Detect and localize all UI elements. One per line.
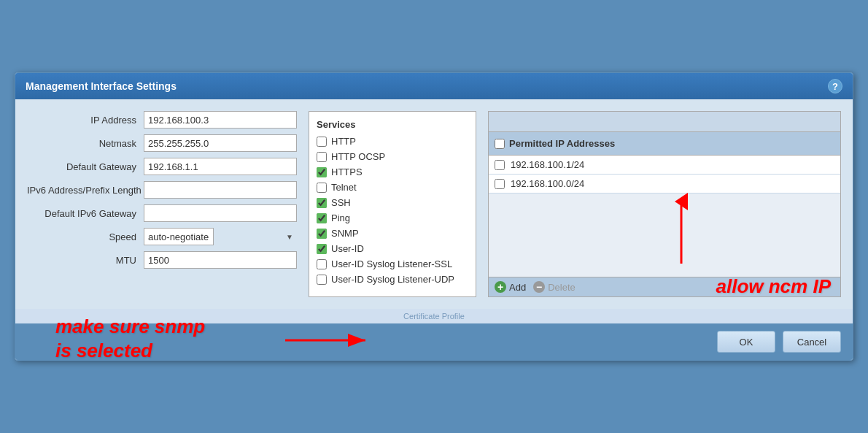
service-checkbox-snmp[interactable] [317,229,327,239]
service-checkbox-telnet[interactable] [317,183,327,193]
ok-button[interactable]: OK [717,331,775,353]
default-ipv6-gateway-row: Default IPv6 Gateway [27,204,297,222]
service-label-ssh[interactable]: SSH [331,197,351,208]
ip-value-2: 192.168.100.0/24 [511,178,584,189]
delete-ip-button[interactable]: − Delete [533,281,576,293]
permitted-ip-list: 192.168.100.1/24 192.168.100.0/24 [489,156,840,277]
service-checkbox-http[interactable] [317,137,327,147]
ip-checkbox-1[interactable] [495,160,505,170]
cancel-button[interactable]: Cancel [783,331,841,353]
ip-checkbox-2[interactable] [495,179,505,189]
permitted-ip-header-label: Permitted IP Addresses [509,138,615,149]
bottom-hint: Certificate Profile [15,309,853,323]
service-checkbox-http-ocsp[interactable] [317,152,327,162]
services-panel: Services HTTP HTTP OCSP HTTPS Telnet SSH [309,111,476,297]
dialog-title: Management Interface Settings [26,80,177,92]
service-label-ping[interactable]: Ping [331,212,350,223]
service-item-telnet: Telnet [317,182,468,193]
service-item-user-id: User-ID [317,243,468,254]
ipv6-prefix-input[interactable] [144,181,297,199]
service-label-user-id-syslog-ssl[interactable]: User-ID Syslog Listener-SSL [331,258,452,269]
service-checkbox-ssh[interactable] [317,198,327,208]
netmask-label: Netmask [27,138,144,149]
ip-address-input[interactable] [144,111,297,129]
speed-row: Speed auto-negotiate [27,228,297,245]
mtu-row: MTU [27,251,297,269]
service-item-https: HTTPS [317,166,468,177]
service-checkbox-user-id-syslog-udp[interactable] [317,275,327,285]
service-item-user-id-syslog-ssl: User-ID Syslog Listener-SSL [317,258,468,269]
service-checkbox-user-id-syslog-ssl[interactable] [317,259,327,269]
add-ip-button[interactable]: + Add [495,281,526,293]
service-item-ssh: SSH [317,197,468,208]
default-gateway-input[interactable] [144,158,297,175]
add-icon: + [495,281,506,293]
ip-address-row: IP Address [27,111,297,129]
services-title: Services [317,119,468,130]
speed-select-wrapper: auto-negotiate [144,228,297,245]
ipv6-prefix-row: IPv6 Address/Prefix Length [27,181,297,199]
bottom-hint-text: Certificate Profile [403,312,465,321]
netmask-input[interactable] [144,134,297,152]
delete-icon: − [533,281,545,293]
management-interface-dialog: Management Interface Settings ? IP Addre… [15,72,853,361]
permitted-ip-footer: + Add − Delete [489,277,840,296]
speed-label: Speed [27,231,144,242]
service-checkbox-https[interactable] [317,167,327,177]
default-ipv6-gateway-label: Default IPv6 Gateway [27,208,144,219]
help-icon[interactable]: ? [828,79,842,93]
service-label-user-id[interactable]: User-ID [331,243,364,254]
mtu-input[interactable] [144,251,297,269]
delete-label: Delete [548,282,576,293]
ip-list-item-1: 192.168.100.1/24 [489,156,840,175]
left-panel: IP Address Netmask Default Gateway IPv6 … [27,111,297,297]
service-item-user-id-syslog-udp: User-ID Syslog Listener-UDP [317,274,468,285]
service-label-telnet[interactable]: Telnet [331,182,357,193]
default-ipv6-gateway-input[interactable] [144,204,297,222]
add-label: Add [509,282,526,293]
permitted-ip-header: Permitted IP Addresses [489,132,840,156]
service-checkbox-ping[interactable] [317,213,327,223]
service-label-http[interactable]: HTTP [331,136,356,147]
mtu-label: MTU [27,255,144,266]
dialog-body: IP Address Netmask Default Gateway IPv6 … [15,99,853,309]
service-label-user-id-syslog-udp[interactable]: User-ID Syslog Listener-UDP [331,274,454,285]
permitted-ip-panel: Permitted IP Addresses 192.168.100.1/24 … [488,111,841,297]
dialog-footer: OK Cancel [15,323,853,360]
service-item-ping: Ping [317,212,468,223]
ip-value-1: 192.168.100.1/24 [511,159,584,170]
ip-list-item-2: 192.168.100.0/24 [489,175,840,193]
dialog-title-bar: Management Interface Settings ? [15,73,853,99]
netmask-row: Netmask [27,134,297,152]
default-gateway-label: Default Gateway [27,161,144,172]
ipv6-prefix-label: IPv6 Address/Prefix Length [27,185,144,196]
service-label-snmp[interactable]: SNMP [331,228,359,239]
service-item-http-ocsp: HTTP OCSP [317,151,468,162]
service-label-https[interactable]: HTTPS [331,166,363,177]
default-gateway-row: Default Gateway [27,158,297,175]
ip-address-label: IP Address [27,115,144,126]
permitted-ip-top-bar [489,112,840,132]
speed-select[interactable]: auto-negotiate [144,228,214,245]
service-label-http-ocsp[interactable]: HTTP OCSP [331,151,385,162]
service-checkbox-user-id[interactable] [317,244,327,254]
service-item-http: HTTP [317,136,468,147]
permitted-ip-select-all-checkbox[interactable] [495,139,505,149]
service-item-snmp: SNMP [317,228,468,239]
